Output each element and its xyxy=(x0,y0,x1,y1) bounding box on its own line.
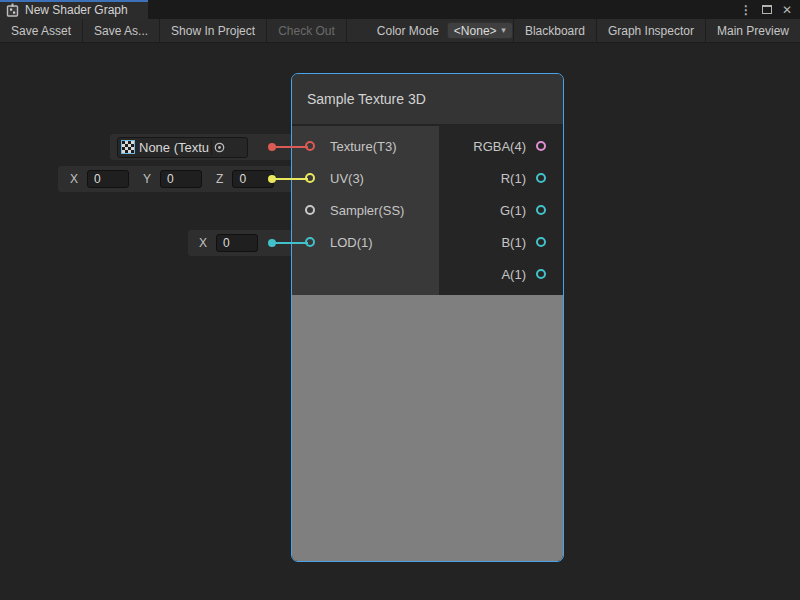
show-in-project-button[interactable]: Show In Project xyxy=(160,19,267,42)
uv-default-panel: X Y Z xyxy=(58,166,291,192)
window-controls: ⋮ ✕ xyxy=(740,0,800,19)
node-header[interactable]: Sample Texture 3D xyxy=(292,74,563,126)
check-out-button: Check Out xyxy=(267,19,347,42)
port-texture-label: Texture(T3) xyxy=(330,139,396,154)
texture-thumbnail-icon xyxy=(121,140,135,154)
node-sample-texture-3d[interactable]: Sample Texture 3D Texture(T3) UV(3) Samp… xyxy=(291,73,564,562)
graph-inspector-button[interactable]: Graph Inspector xyxy=(596,19,705,42)
toolbar-right-group: Blackboard Graph Inspector Main Preview xyxy=(513,19,800,42)
uv-x-label: X xyxy=(70,172,78,186)
edge-uv-endpoint xyxy=(268,175,276,183)
port-b[interactable] xyxy=(536,237,546,247)
uv-x-field[interactable] xyxy=(87,170,129,188)
color-mode-label: Color Mode xyxy=(347,19,447,42)
color-mode-dropdown[interactable]: <None> ▾ xyxy=(447,22,513,39)
more-icon[interactable]: ⋮ xyxy=(740,4,752,16)
output-row-g: G(1) xyxy=(439,194,563,226)
node-input-column: Texture(T3) UV(3) Sampler(SS) LOD(1) xyxy=(292,126,439,295)
port-g[interactable] xyxy=(536,205,546,215)
texture-object-field[interactable]: None (Textu xyxy=(117,137,248,158)
edge-lod-endpoint xyxy=(268,239,276,247)
edge-lod[interactable] xyxy=(272,242,308,244)
node-title: Sample Texture 3D xyxy=(307,91,426,107)
toolbar: Save Asset Save As... Show In Project Ch… xyxy=(0,19,800,43)
port-uv-label: UV(3) xyxy=(330,171,364,186)
input-row-lod: LOD(1) xyxy=(292,226,439,258)
port-a[interactable] xyxy=(536,269,546,279)
lod-x-label: X xyxy=(199,236,207,250)
output-row-b: B(1) xyxy=(439,226,563,258)
port-b-label: B(1) xyxy=(501,235,526,250)
port-rgba-label: RGBA(4) xyxy=(473,139,526,154)
active-tab-indicator xyxy=(0,0,148,2)
edge-uv[interactable] xyxy=(272,178,308,180)
tab-title: New Shader Graph xyxy=(25,3,128,17)
port-g-label: G(1) xyxy=(500,203,526,218)
texture-default-panel: None (Textu xyxy=(110,134,291,160)
maximize-icon[interactable] xyxy=(762,5,772,14)
tab-bar: New Shader Graph ⋮ ✕ xyxy=(0,0,800,19)
lod-x-field[interactable] xyxy=(216,234,258,252)
graph-canvas[interactable]: None (Textu X Y Z X Sample Texture 3D xyxy=(0,43,800,600)
color-mode-value: <None> xyxy=(454,24,497,38)
edge-texture-endpoint xyxy=(268,143,276,151)
uv-z-label: Z xyxy=(216,172,223,186)
node-preview xyxy=(292,295,563,561)
input-row-texture: Texture(T3) xyxy=(292,130,439,162)
close-icon[interactable]: ✕ xyxy=(782,4,792,16)
port-sampler[interactable] xyxy=(305,205,315,215)
object-picker-icon[interactable] xyxy=(211,140,226,155)
node-output-column: RGBA(4) R(1) G(1) B(1) A(1) xyxy=(439,126,563,295)
port-r[interactable] xyxy=(536,173,546,183)
input-row-uv: UV(3) xyxy=(292,162,439,194)
main-preview-button[interactable]: Main Preview xyxy=(705,19,800,42)
port-a-label: A(1) xyxy=(501,267,526,282)
tab-new-shader-graph[interactable]: New Shader Graph xyxy=(0,0,148,19)
save-asset-button[interactable]: Save Asset xyxy=(0,19,83,42)
port-sampler-label: Sampler(SS) xyxy=(330,203,404,218)
node-body: Texture(T3) UV(3) Sampler(SS) LOD(1) RGB… xyxy=(292,126,563,295)
chevron-down-icon: ▾ xyxy=(501,25,506,35)
output-row-r: R(1) xyxy=(439,162,563,194)
input-row-sampler: Sampler(SS) xyxy=(292,194,439,226)
output-row-rgba: RGBA(4) xyxy=(439,130,563,162)
edge-texture[interactable] xyxy=(272,146,308,148)
port-r-label: R(1) xyxy=(501,171,526,186)
blackboard-button[interactable]: Blackboard xyxy=(513,19,596,42)
shader-graph-icon xyxy=(6,3,19,17)
save-as-button[interactable]: Save As... xyxy=(83,19,160,42)
uv-y-label: Y xyxy=(143,172,151,186)
output-row-a: A(1) xyxy=(439,258,563,290)
texture-field-value: None (Textu xyxy=(139,140,209,155)
uv-y-field[interactable] xyxy=(160,170,202,188)
port-rgba[interactable] xyxy=(536,141,546,151)
port-lod-label: LOD(1) xyxy=(330,235,373,250)
